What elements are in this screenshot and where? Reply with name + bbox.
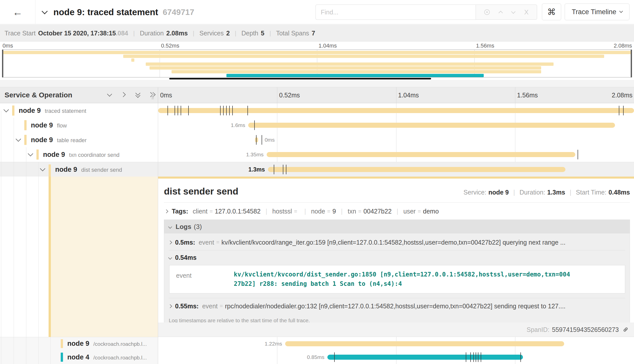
span-log-marker[interactable] — [223, 106, 224, 115]
span-row-name-cell[interactable]: node 9dist sender send — [0, 162, 158, 177]
span-log-marker[interactable] — [476, 352, 476, 362]
span-row-name-cell[interactable]: node 9traced statement — [0, 103, 158, 118]
span-service-name[interactable]: node 4/cockroach.roachpb.l... — [67, 350, 147, 364]
deep-link-icon[interactable] — [622, 326, 629, 333]
span-tree-toggle-icon[interactable] — [40, 166, 45, 171]
span-log-marker[interactable] — [478, 352, 478, 362]
span-log-marker[interactable] — [578, 150, 578, 159]
span-duration-bar[interactable] — [267, 152, 576, 157]
timeline-column-header: Service & Operation 0ms0.52ms1.04ms1.56m… — [0, 87, 634, 103]
span-row-name-cell[interactable]: node 9txn coordinator send — [0, 147, 158, 162]
span-log-marker[interactable] — [286, 165, 286, 174]
next-match-icon[interactable] — [512, 11, 515, 13]
view-select-button[interactable]: Trace Timeline — [565, 4, 629, 20]
span-log-marker[interactable] — [256, 135, 257, 145]
collapse-one-icon[interactable] — [106, 91, 114, 99]
span-tree-toggle-icon[interactable] — [28, 151, 33, 156]
log-entry[interactable]: 0.5ms:event=kv/kvclient/kvcoord/range_it… — [169, 234, 625, 250]
span-log-marker[interactable] — [229, 106, 230, 115]
span-service-name[interactable]: node 9flow — [31, 118, 67, 133]
span-log-marker[interactable] — [167, 106, 168, 115]
span-tree-toggle-icon[interactable] — [16, 136, 21, 142]
back-button[interactable]: ← — [0, 0, 35, 24]
span-service-name[interactable]: node 9txn coordinator send — [43, 147, 119, 162]
span-row-bar-cell[interactable]: 1.6ms — [158, 118, 634, 133]
span-color-chip[interactable] — [36, 149, 39, 160]
span-row-name-cell[interactable]: node 4/cockroach.roachpb.l... — [0, 350, 158, 364]
span-row-bar-cell[interactable]: 0.85ms — [158, 350, 634, 364]
log-entry[interactable]: 0.55ms:event=rpc/nodedialer/nodedialer.g… — [169, 298, 625, 314]
span-duration-bar[interactable] — [285, 341, 564, 346]
trace-minimap[interactable] — [2, 50, 632, 77]
span-detail-panel: dist sender sendService:node 9|Duration:… — [158, 177, 634, 337]
span-log-marker[interactable] — [232, 106, 233, 115]
span-operation-name: /cockroach.roachpb.l... — [93, 355, 147, 360]
logs-header[interactable]: Logs(3) — [164, 220, 630, 233]
span-log-marker[interactable] — [334, 352, 335, 362]
span-log-marker[interactable] — [473, 352, 474, 362]
span-log-marker[interactable] — [520, 352, 521, 362]
span-log-marker[interactable] — [254, 120, 255, 130]
span-log-marker[interactable] — [466, 352, 466, 362]
column-resizer-grip[interactable] — [152, 93, 155, 99]
span-log-marker[interactable] — [181, 106, 181, 115]
span-duration-bar[interactable] — [327, 355, 523, 360]
tag-key: node — [311, 208, 325, 215]
minimap-handle-right[interactable] — [631, 50, 632, 77]
locate-match-icon[interactable] — [484, 9, 490, 15]
span-log-marker[interactable] — [247, 106, 248, 115]
span-color-chip[interactable] — [61, 353, 63, 362]
log-entry-expanded-header[interactable]: 0.54ms — [169, 250, 625, 265]
span-service-name[interactable]: node 9traced statement — [19, 103, 86, 118]
span-log-marker[interactable] — [619, 106, 619, 115]
trace-timeline-page: ← node 9: traced statement 6749717 X ⌘ T… — [0, 0, 634, 364]
span-color-chip[interactable] — [61, 339, 63, 348]
span-tree-toggle-icon[interactable] — [4, 107, 9, 112]
span-log-marker[interactable] — [175, 106, 175, 115]
title-chevron-down-icon[interactable] — [41, 8, 48, 14]
span-row-name-cell[interactable]: node 9/cockroach.roachpb.l... — [0, 337, 158, 350]
minimap-span-bar — [150, 66, 541, 70]
span-service-name[interactable]: node 9/cockroach.roachpb.l... — [67, 337, 147, 351]
span-service-name[interactable]: node 9table reader — [31, 133, 87, 148]
span-log-marker[interactable] — [470, 352, 471, 362]
find-input[interactable] — [321, 9, 468, 16]
span-log-marker[interactable] — [220, 106, 221, 115]
collapse-all-icon[interactable] — [135, 91, 142, 99]
span-log-marker[interactable] — [188, 106, 189, 115]
span-row-bar-cell[interactable] — [158, 103, 634, 118]
span-log-marker[interactable] — [226, 106, 227, 115]
span-color-chip[interactable] — [24, 135, 27, 145]
prev-match-icon[interactable] — [499, 10, 502, 14]
find-box[interactable] — [315, 5, 476, 20]
span-color-chip[interactable] — [12, 105, 14, 116]
span-color-chip[interactable] — [24, 120, 27, 130]
equals-sign: = — [327, 208, 330, 215]
span-duration-bar[interactable] — [268, 167, 565, 172]
span-row-bar-cell[interactable]: 1.35ms — [158, 147, 634, 162]
span-row-name-cell[interactable]: node 9flow — [0, 118, 158, 133]
span-row-name-cell[interactable]: node 9table reader — [0, 133, 158, 147]
keyboard-shortcuts-button[interactable]: ⌘ — [542, 4, 561, 20]
span-log-marker[interactable] — [623, 106, 624, 115]
span-log-marker[interactable] — [283, 165, 283, 174]
column-divider[interactable] — [158, 103, 158, 364]
span-color-chip[interactable] — [49, 164, 51, 177]
minimap-scrollbar[interactable] — [169, 78, 431, 79]
span-row-bar-cell[interactable]: 1.3ms — [158, 162, 634, 177]
clear-search-icon[interactable]: X — [524, 8, 529, 16]
span-log-marker[interactable] — [481, 352, 481, 362]
summary-item-value: 5 — [261, 30, 264, 37]
span-log-marker[interactable] — [262, 135, 262, 145]
span-service-name[interactable]: node 9dist sender send — [55, 162, 122, 177]
command-icon: ⌘ — [547, 7, 556, 17]
span-log-marker[interactable] — [274, 165, 274, 174]
minimap-handle-left[interactable] — [2, 50, 3, 77]
tags-row[interactable]: Tags:client=127.0.0.1:54582|hostssl=|nod… — [164, 208, 630, 215]
expand-one-icon[interactable] — [120, 91, 128, 99]
span-log-marker[interactable] — [178, 106, 178, 115]
back-arrow-icon: ← — [13, 7, 23, 18]
span-row-bar-cell[interactable]: 0ms — [158, 133, 634, 147]
span-row-bar-cell[interactable]: 1.22ms — [158, 337, 634, 350]
span-duration-bar[interactable] — [248, 123, 615, 128]
